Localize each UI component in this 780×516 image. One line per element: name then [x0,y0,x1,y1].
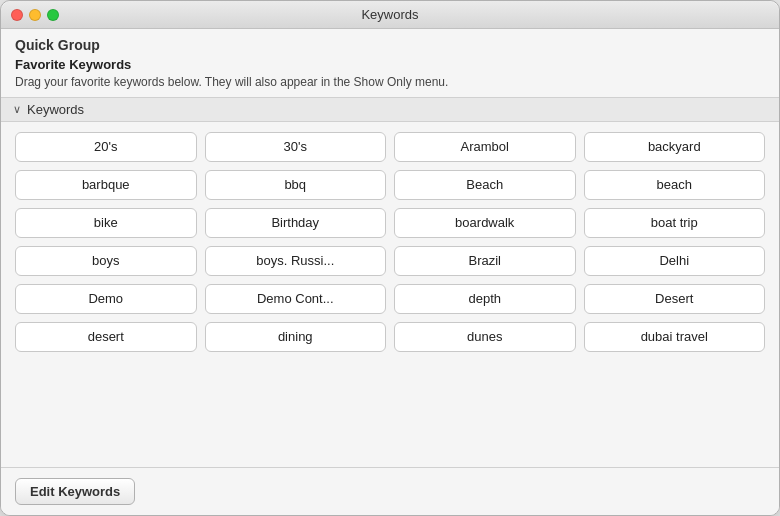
keyword-button[interactable]: beach [584,170,766,200]
edit-keywords-button[interactable]: Edit Keywords [15,478,135,505]
keyword-button[interactable]: desert [15,322,197,352]
keyword-button[interactable]: boardwalk [394,208,576,238]
quick-group-section: Quick Group Favorite Keywords Drag your … [1,29,779,97]
keywords-grid-area: 20's30'sArambolbackyardbarbquebbqBeachbe… [1,122,779,467]
keyword-button[interactable]: Delhi [584,246,766,276]
keyword-button[interactable]: barbque [15,170,197,200]
favorite-keywords-title: Favorite Keywords [15,57,765,72]
keywords-window: Keywords Quick Group Favorite Keywords D… [0,0,780,516]
favorite-keywords-desc: Drag your favorite keywords below. They … [15,74,765,91]
keyword-button[interactable]: Demo Cont... [205,284,387,314]
keyword-button[interactable]: backyard [584,132,766,162]
keyword-button[interactable]: dubai travel [584,322,766,352]
footer: Edit Keywords [1,467,779,515]
keywords-section-label: Keywords [27,102,84,117]
keyword-button[interactable]: bike [15,208,197,238]
keywords-section-header: ∨ Keywords [1,97,779,122]
keyword-button[interactable]: bbq [205,170,387,200]
keywords-grid: 20's30'sArambolbackyardbarbquebbqBeachbe… [15,132,765,352]
keyword-button[interactable]: Demo [15,284,197,314]
keyword-button[interactable]: 30's [205,132,387,162]
minimize-button[interactable] [29,9,41,21]
keyword-button[interactable]: Brazil [394,246,576,276]
quick-group-title: Quick Group [15,37,765,53]
close-button[interactable] [11,9,23,21]
keyword-button[interactable]: dunes [394,322,576,352]
chevron-down-icon[interactable]: ∨ [13,103,21,116]
keyword-button[interactable]: Arambol [394,132,576,162]
maximize-button[interactable] [47,9,59,21]
traffic-lights [11,9,59,21]
keyword-button[interactable]: boys. Russi... [205,246,387,276]
keyword-button[interactable]: Desert [584,284,766,314]
keyword-button[interactable]: boat trip [584,208,766,238]
keyword-button[interactable]: boys [15,246,197,276]
keyword-button[interactable]: Birthday [205,208,387,238]
keyword-button[interactable]: Beach [394,170,576,200]
window-title: Keywords [361,7,418,22]
content-area: Quick Group Favorite Keywords Drag your … [1,29,779,515]
keyword-button[interactable]: dining [205,322,387,352]
keyword-button[interactable]: depth [394,284,576,314]
title-bar: Keywords [1,1,779,29]
keyword-button[interactable]: 20's [15,132,197,162]
